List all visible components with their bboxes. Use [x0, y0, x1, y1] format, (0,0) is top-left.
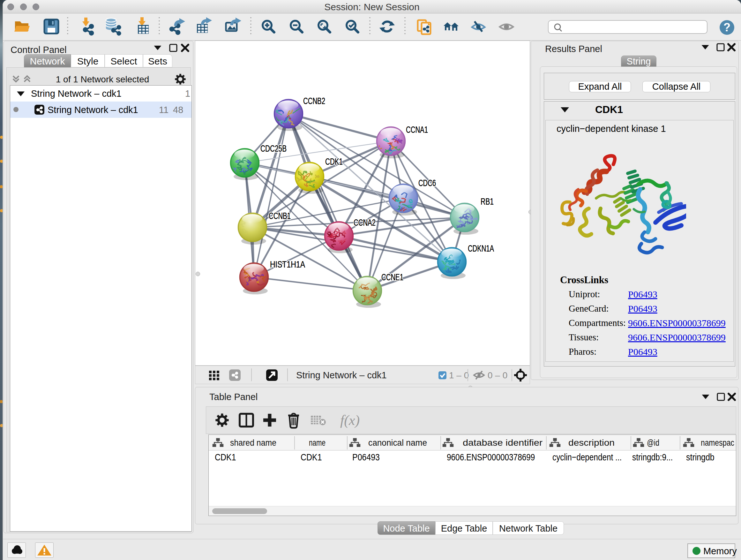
- svg-text:CDC25B: CDC25B: [260, 143, 286, 153]
- svg-text:CDKN1A: CDKN1A: [468, 243, 494, 253]
- svg-text:1 – 0: 1 – 0: [449, 370, 469, 380]
- svg-text:CDK1: CDK1: [325, 156, 343, 167]
- svg-text:CCNE1: CCNE1: [381, 272, 403, 282]
- svg-text:String Network – cdk1: String Network – cdk1: [296, 370, 387, 380]
- svg-text:@id: @id: [647, 438, 659, 448]
- svg-text:CCNA2: CCNA2: [354, 217, 376, 228]
- svg-text:1 of 1 Network selected: 1 of 1 Network selected: [56, 74, 149, 84]
- svg-text:?: ?: [724, 21, 731, 34]
- svg-text:shared name: shared name: [230, 438, 276, 448]
- svg-text:CDC6: CDC6: [418, 178, 436, 188]
- svg-text:namespac: namespac: [701, 438, 734, 448]
- svg-text:RB1: RB1: [481, 196, 494, 206]
- svg-text:name: name: [309, 438, 326, 448]
- svg-text:CCNB1: CCNB1: [269, 210, 291, 221]
- svg-text:description: description: [568, 438, 615, 448]
- svg-text:canonical name: canonical name: [368, 438, 427, 448]
- svg-text:0 – 0: 0 – 0: [488, 370, 508, 380]
- svg-text:CCNA1: CCNA1: [406, 124, 428, 135]
- svg-text:HIST1H1A: HIST1H1A: [270, 259, 305, 269]
- svg-text:f(x): f(x): [340, 413, 360, 428]
- svg-text:database identifier: database identifier: [463, 438, 542, 448]
- svg-text:CCNB2: CCNB2: [303, 96, 325, 106]
